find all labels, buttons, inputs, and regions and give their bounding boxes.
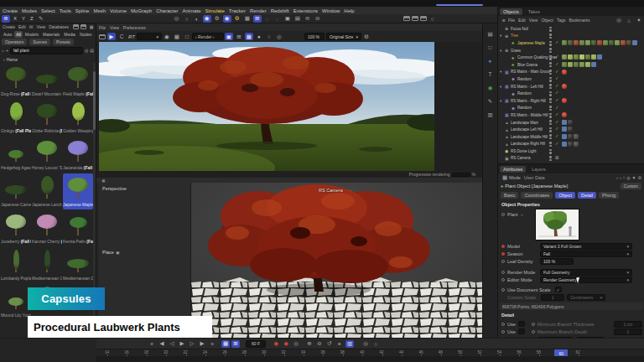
param-marker[interactable] (501, 323, 505, 326)
move-tool-icon[interactable]: ⊕ (2, 15, 10, 23)
asset-item[interactable]: Globe Robinia (Fall Pl... (32, 100, 62, 136)
field-value-render-mode[interactable]: Full Geometry▾ (540, 269, 632, 276)
om-menu-object[interactable]: Object (541, 18, 553, 23)
field-value-leaf-density[interactable]: 100 % (540, 258, 574, 265)
disabled-icon[interactable]: ⊠ (555, 155, 559, 160)
object-row[interactable]: ◈Random✓ (498, 75, 644, 83)
toolbar-icon-dotc[interactable]: ◉ (203, 15, 211, 23)
toolbar-icon-circle[interactable]: ○ (183, 15, 191, 23)
custom-scale-value[interactable]: 1 (541, 294, 564, 301)
clear-search-icon[interactable]: ◎ (85, 48, 88, 53)
asset-item[interactable]: Ginkgo (Fall Plant) (1, 100, 31, 136)
pen-tool-icon[interactable]: ✎ (486, 97, 495, 105)
character-tool-icon[interactable]: ✎ (37, 15, 45, 23)
asset-item[interactable]: Jacaranda (Fall Plant) (63, 137, 93, 173)
asset-subtab-operators[interactable]: Operators (2, 39, 27, 45)
tag-icon[interactable] (562, 142, 567, 147)
use-checkbox[interactable] (518, 321, 525, 327)
material-swatch[interactable] (568, 134, 573, 139)
asset-item[interactable]: Dog-Rose (Fall Plant) (1, 63, 31, 99)
menu-item-tools[interactable]: Tools (60, 8, 71, 13)
material-swatch[interactable] (568, 142, 573, 147)
light-tool-icon[interactable]: ◉ (486, 84, 495, 91)
section-tab-basic[interactable]: Basic (501, 192, 518, 199)
visibility-dots[interactable] (549, 26, 552, 32)
grid-icon[interactable]: ▦ (173, 33, 181, 40)
asset-tab-all[interactable]: All (14, 31, 23, 38)
tag-icon[interactable] (597, 54, 602, 59)
preset-dropdown[interactable]: ▾ (137, 33, 162, 40)
menu-item-mograph[interactable]: MoGraph (131, 8, 152, 13)
ipr-menu-preferences[interactable]: Preferences (123, 25, 146, 30)
enabled-check-icon[interactable]: ✓ (555, 90, 559, 95)
asset-item[interactable]: Japanese Maple (Fall ... (63, 173, 93, 209)
material-swatch[interactable] (574, 40, 579, 45)
matrix-color-icon[interactable] (562, 84, 567, 89)
object-row[interactable]: ◈Random✓ (498, 105, 644, 112)
material-swatch[interactable] (591, 54, 596, 59)
asset-item[interactable]: Golden Weeping Willo... (63, 100, 93, 136)
enabled-check-icon[interactable]: ✓ (555, 69, 559, 74)
visibility-dots[interactable] (549, 156, 552, 162)
object-row[interactable]: ▲Landscape Main✓ (498, 119, 644, 127)
object-row[interactable]: ♣Common Quaking Grass✓ (498, 54, 644, 61)
custom-scale-unit[interactable]: Centimeters▾ (567, 294, 605, 301)
visibility-dots[interactable] (549, 34, 552, 39)
menu-item-render[interactable]: Render (250, 8, 267, 13)
material-swatch[interactable] (568, 54, 573, 59)
param-marker[interactable] (501, 252, 505, 256)
tag-icon[interactable] (632, 40, 637, 45)
om-menu-bookmarks[interactable]: Bookmarks (569, 18, 589, 23)
param-marker[interactable] (501, 330, 505, 334)
material-swatch[interactable] (585, 62, 590, 67)
camera-label[interactable]: RS Camera (319, 188, 343, 193)
camera-lock-icon[interactable]: ◉ (163, 33, 171, 40)
param-marker[interactable] (532, 323, 535, 326)
tag-icon[interactable] (562, 134, 567, 139)
tag-icon[interactable] (591, 62, 596, 67)
ipr-menu-view[interactable]: View (110, 25, 119, 30)
visibility-dots[interactable] (549, 142, 552, 147)
material-swatch[interactable] (568, 40, 573, 45)
visibility-dots[interactable] (549, 148, 552, 154)
object-row[interactable]: ▾⊕Grass (498, 47, 644, 54)
enabled-check-icon[interactable]: ✓ (555, 111, 559, 116)
viewport-3d-view[interactable]: RS Camera ⋯ (191, 183, 482, 338)
enabled-check-icon[interactable]: ✓ (555, 141, 559, 146)
toolbar-icon-dotc[interactable]: ◉ (223, 15, 231, 23)
visibility-dots[interactable] (549, 112, 552, 118)
next-frame-button[interactable]: ▷ (188, 340, 196, 348)
param-marker[interactable] (501, 271, 505, 274)
detail-value[interactable]: 1 cm (614, 321, 642, 328)
clone-tool-icon[interactable]: ▥ (486, 111, 495, 118)
menu-item-extensions[interactable]: Extensions (293, 8, 318, 13)
menu-item-spline[interactable]: Spline (75, 8, 90, 13)
menu-item-create[interactable]: Create (3, 8, 18, 13)
object-row[interactable]: ◈Random✓ (498, 90, 644, 97)
toolbar-icon-layers[interactable]: ▤ (293, 15, 302, 23)
axis-z-toggle[interactable]: Z (30, 16, 34, 21)
asset-tab-materials[interactable]: Materials (41, 31, 61, 38)
menu-item-volume[interactable]: Volume (110, 8, 127, 13)
asset-menu-edit[interactable]: Edit (18, 24, 26, 29)
tab-layers[interactable]: Layers (528, 166, 549, 173)
asset-item[interactable]: Honey Locust 'Sunbur... (32, 137, 62, 173)
section-tab-phong[interactable]: Phong (599, 192, 619, 199)
layout-window-icon[interactable] (412, 16, 418, 21)
tag-icon[interactable] (562, 127, 567, 132)
asset-item[interactable]: Field Maple (Fall Plant) (63, 63, 93, 99)
object-row[interactable]: ▾▦RS Matrix - Main Ground✓ (498, 69, 644, 76)
ipr-menu-file[interactable]: File (99, 25, 106, 30)
cube-tool-icon[interactable]: □ (486, 44, 495, 51)
param-marker[interactable] (501, 260, 505, 263)
dock-icon[interactable] (80, 24, 86, 29)
record-rotation-button[interactable]: ↺ (325, 340, 334, 348)
object-row[interactable]: ♣Blue Grama✓ (498, 61, 644, 69)
nav-back-icon[interactable]: ‹ (616, 175, 618, 180)
rt-toggle[interactable]: RT (128, 34, 135, 39)
visibility-dots[interactable] (549, 40, 552, 46)
attr-filter-icon[interactable]: ▼ (632, 175, 636, 180)
material-swatch[interactable] (597, 40, 602, 45)
visibility-dots[interactable] (549, 54, 552, 60)
mode-label[interactable]: Mode (509, 175, 521, 180)
